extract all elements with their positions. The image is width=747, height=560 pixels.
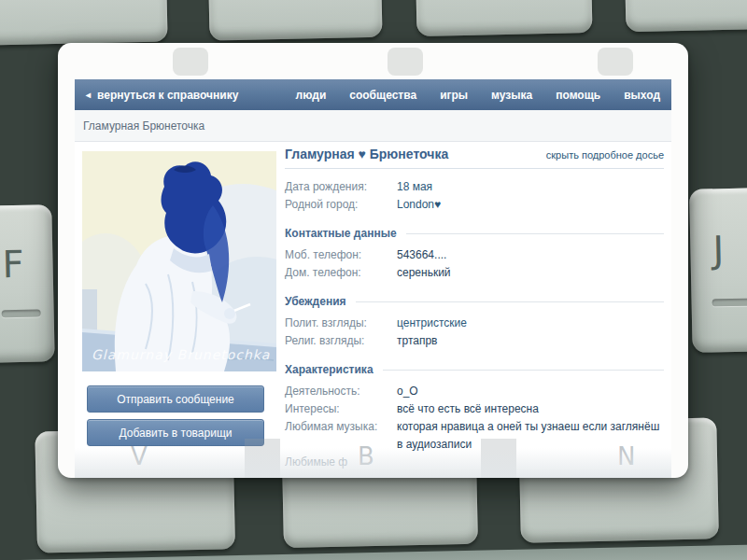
section-divider <box>383 370 664 371</box>
activity-row: Деятельность: o_O <box>285 383 664 400</box>
top-navbar: ◂ вернуться к справочнику люди сообществ… <box>75 79 671 110</box>
add-friend-button[interactable]: Добавить в товарищи <box>87 419 264 446</box>
breadcrumb-bar: Гламурная Брюнеточка <box>75 110 671 142</box>
key-letter-j: J <box>712 228 725 271</box>
birthday-value[interactable]: 18 мая <box>397 178 432 196</box>
nav-item-people[interactable]: люди <box>296 89 327 102</box>
key-gap-ghost <box>598 48 633 76</box>
field-label: Любимая музыка: <box>285 418 397 454</box>
home-phone-row: Дом. телефон: серенький <box>285 264 664 282</box>
nav-item-logout[interactable]: выход <box>624 89 660 102</box>
section-title: Убеждения <box>285 295 346 308</box>
send-message-button[interactable]: Отправить сообщение <box>87 385 264 413</box>
homing-bar <box>712 299 747 307</box>
profile-name: Гламурная ♥ Брюнеточка <box>285 147 448 161</box>
basic-info-rows: Дата рождения: 18 мая Родной город: Lond… <box>285 178 664 214</box>
field-label: Моб. телефон: <box>285 246 397 264</box>
section-title: Характеристика <box>285 363 374 376</box>
detail-header: Гламурная ♥ Брюнеточка скрыть подробное … <box>285 147 664 169</box>
nav-menu: люди сообщества игры музыка помощь выход <box>296 89 660 102</box>
activity-value: o_O <box>397 383 418 400</box>
field-label: Деятельность: <box>285 383 397 400</box>
key-gap-ghost <box>173 48 208 76</box>
nav-item-music[interactable]: музыка <box>491 89 532 102</box>
keyboard-key <box>624 0 747 32</box>
religious-views-value: тртапрв <box>397 332 438 350</box>
back-arrow-icon: ◂ <box>86 91 91 100</box>
mobile-phone-row: Моб. телефон: 543664.... <box>285 246 664 264</box>
profile-photo[interactable]: Glamurnay Brunetochka <box>82 151 276 371</box>
photo-watermark: Glamurnay Brunetochka <box>92 347 270 362</box>
field-label: Религ. взгляды: <box>285 332 397 350</box>
mobile-phone-value: 543664.... <box>397 246 446 264</box>
field-label: Любимые ф <box>285 454 397 471</box>
interests-row: Интересы: всё что есть всё интересна <box>285 400 664 418</box>
ghost-key-letter-v: V <box>131 442 148 470</box>
keyboard-key <box>207 0 382 41</box>
browser-card: ◂ вернуться к справочнику люди сообществ… <box>58 43 688 478</box>
keyboard-key-j: J <box>689 187 747 353</box>
screenshot-root: F J ◂ вернуться к справочнику люди сообщ… <box>0 0 747 560</box>
section-personality: Характеристика <box>285 363 664 376</box>
hide-details-link[interactable]: скрыть подробное досье <box>546 149 664 161</box>
profile-photo-art <box>82 151 276 371</box>
nav-item-communities[interactable]: сообщества <box>349 89 416 102</box>
favorite-music-value: которая нравица а оней ты узнаеш если за… <box>397 418 664 454</box>
field-label: Дата рождения: <box>285 178 397 196</box>
hometown-row: Родной город: London♥ <box>285 196 664 214</box>
favorite-music-row: Любимая музыка: которая нравица а оней т… <box>285 418 664 454</box>
back-link-label: вернуться к справочнику <box>97 89 238 102</box>
keyboard-key <box>415 0 592 36</box>
section-beliefs: Убеждения <box>285 295 664 308</box>
field-label: Дом. телефон: <box>285 264 397 282</box>
nav-item-help[interactable]: помощь <box>556 89 600 102</box>
homing-bar <box>2 309 41 317</box>
field-label: Интересы: <box>285 400 397 418</box>
interests-value: всё что есть всё интересна <box>397 400 539 418</box>
nav-item-games[interactable]: игры <box>440 89 468 102</box>
back-to-directory-link[interactable]: ◂ вернуться к справочнику <box>86 89 238 102</box>
birthday-row: Дата рождения: 18 мая <box>285 178 664 196</box>
section-title: Контактные данные <box>285 227 397 240</box>
home-phone-value: серенький <box>397 264 451 282</box>
section-divider <box>406 233 664 234</box>
political-views-value[interactable]: центристские <box>397 315 467 332</box>
profile-content: Glamurnay Brunetochka Отправить сообщени… <box>75 142 671 478</box>
clipped-field-row: Любимые ф <box>285 454 664 471</box>
breadcrumb: Гламурная Брюнеточка <box>83 119 204 133</box>
key-letter-f: F <box>2 243 24 286</box>
keyboard-key <box>0 0 168 46</box>
section-contacts: Контактные данные <box>285 227 664 240</box>
profile-details: Гламурная ♥ Брюнеточка скрыть подробное … <box>285 147 664 471</box>
field-label: Полит. взгляды: <box>285 315 397 332</box>
keyboard-key-f: F <box>0 204 55 363</box>
section-divider <box>356 301 664 302</box>
field-label: Родной город: <box>285 196 397 214</box>
religious-views-row: Религ. взгляды: тртапрв <box>285 332 664 350</box>
political-views-row: Полит. взгляды: центристские <box>285 315 664 332</box>
key-gap-ghost <box>388 48 423 76</box>
hometown-value[interactable]: London♥ <box>397 196 441 214</box>
